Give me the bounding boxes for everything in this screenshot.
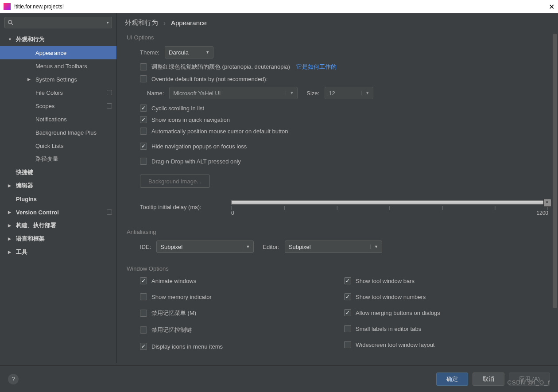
aa-ide-dropdown[interactable]: Subpixel ▼ [156, 241, 254, 253]
apply-button[interactable]: 应用 (A) [509, 373, 550, 386]
theme-label: Theme: [140, 49, 159, 56]
main-area: ▾ ▼外观和行为AppearanceMenus and Toolbars▶Sys… [0, 13, 558, 363]
chevron-right-icon: ▶ [8, 250, 16, 254]
project-scope-icon [107, 210, 112, 215]
chevron-down-icon: ▼ [205, 50, 209, 54]
merge-dialogs-checkbox[interactable] [344, 309, 351, 316]
sidebar-item-label: 外观和行为 [16, 35, 45, 43]
svg-point-0 [8, 20, 12, 24]
colorblind-label: 调整红绿色视觉缺陷的颜色 (protanopia, deuteranopia) [151, 63, 290, 71]
section-antialiasing: Antialiasing [127, 229, 548, 235]
search-icon [8, 19, 14, 26]
sidebar-item-label: Version Control [16, 209, 59, 216]
colorblind-checkbox[interactable] [140, 63, 147, 70]
sidebar-item-label: Plugins [16, 196, 37, 202]
footer: ? 确定 取消 应用 (A) [0, 365, 558, 392]
sidebar-item[interactable]: File Colors [0, 86, 116, 99]
font-size-dropdown[interactable]: 12 ▼ [325, 87, 373, 99]
sidebar-item-label: Scopes [35, 103, 54, 109]
tooltip-delay-slider[interactable]: ||||||| 0 1200 [231, 198, 548, 216]
content-panel: 外观和行为 › Appearance UI Options Theme: Dar… [117, 13, 558, 363]
content-scrollbar[interactable] [553, 34, 557, 361]
sidebar-item-label: 快捷键 [16, 168, 33, 176]
settings-tree: ▼外观和行为AppearanceMenus and Toolbars▶Syste… [0, 32, 116, 363]
section-window-options: Window Options [127, 265, 548, 272]
sidebar-item[interactable]: ▶工具 [0, 245, 116, 259]
sidebar-item-label: Background Image Plus [35, 129, 97, 136]
sidebar-item-label: Notifications [35, 116, 67, 123]
chevron-down-icon: ▼ [242, 245, 250, 249]
sidebar-item[interactable]: Background Image Plus [0, 126, 116, 139]
font-name-dropdown[interactable]: Microsoft YaHei UI ▼ [169, 87, 298, 99]
cyclic-checkbox[interactable] [140, 105, 147, 112]
help-button[interactable]: ? [8, 374, 19, 384]
svg-line-1 [12, 23, 13, 25]
breadcrumb-current: Appearance [171, 19, 207, 27]
small-labels-checkbox[interactable] [344, 325, 351, 332]
cancel-button[interactable]: 取消 [473, 373, 504, 386]
toolbars-checkbox[interactable] [344, 277, 351, 284]
sidebar-item[interactable]: Notifications [0, 113, 116, 126]
sidebar-item-label: 构建、执行部署 [16, 221, 56, 229]
sidebar-item[interactable]: Quick Lists [0, 139, 116, 152]
chevron-down-icon: ▼ [286, 91, 294, 95]
aa-ide-label: IDE: [140, 244, 151, 250]
close-icon[interactable]: ✕ [549, 3, 554, 11]
sidebar-item-label: Quick Lists [35, 143, 64, 149]
aa-editor-label: Editor: [263, 244, 279, 250]
ok-button[interactable]: 确定 [436, 373, 468, 386]
breadcrumb: 外观和行为 › Appearance [117, 13, 558, 31]
sidebar-item-label: Appearance [35, 50, 66, 56]
sidebar-item-label: 路径变量 [35, 155, 58, 163]
chevron-right-icon: ▶ [27, 77, 35, 82]
tooltip-delay-label: Tooltip initial delay (ms): [140, 204, 220, 210]
sidebar-item[interactable]: 路径变量 [0, 152, 116, 166]
sidebar-item[interactable]: Appearance [0, 46, 116, 59]
sidebar-item[interactable]: ▶Version Control [0, 206, 116, 219]
mnemonics-ctrl-checkbox[interactable] [140, 326, 147, 334]
background-image-button[interactable]: Background Image... [140, 175, 210, 188]
scrollbar-thumb[interactable] [553, 34, 557, 308]
colorblind-link[interactable]: 它是如何工作的 [296, 63, 337, 71]
chevron-down-icon: ▼ [361, 91, 369, 95]
sidebar-item[interactable]: Scopes [0, 99, 116, 113]
sidebar-item-label: 工具 [16, 248, 27, 256]
theme-dropdown[interactable]: Darcula ▼ [165, 46, 213, 58]
sidebar-item[interactable]: ▶构建、执行部署 [0, 219, 116, 232]
sidebar-item[interactable]: ▶System Settings [0, 73, 116, 86]
project-scope-icon [107, 90, 112, 95]
override-fonts-label: Override default fonts by (not recommend… [151, 76, 267, 82]
quicknav-checkbox[interactable] [140, 116, 147, 123]
sidebar-item[interactable]: ▶语言和框架 [0, 232, 116, 245]
title-bar: !title.for.new.projects! ✕ [0, 0, 558, 13]
chevron-right-icon: ▶ [8, 237, 16, 241]
sidebar-item[interactable]: 快捷键 [0, 166, 116, 179]
sidebar-item[interactable]: ▶编辑器 [0, 179, 116, 192]
window-title: !title.for.new.projects! [14, 4, 64, 10]
sidebar-item[interactable]: ▼外观和行为 [0, 33, 116, 46]
search-input[interactable]: ▾ [4, 17, 112, 28]
memory-checkbox[interactable] [140, 293, 147, 300]
chevron-right-icon: ▶ [8, 183, 16, 188]
sidebar-item[interactable]: Plugins [0, 192, 116, 206]
toolnumbers-checkbox[interactable] [344, 293, 351, 300]
chevron-right-icon: ▶ [8, 210, 16, 214]
aa-editor-dropdown[interactable]: Subpixel ▼ [285, 241, 382, 253]
sidebar-item-label: System Settings [35, 76, 77, 83]
section-ui-options: UI Options [127, 34, 548, 41]
chevron-down-icon: ▾ [107, 20, 109, 25]
animate-checkbox[interactable] [140, 277, 147, 284]
slider-thumb-icon[interactable] [543, 199, 551, 207]
font-name-label: Name: [147, 90, 164, 97]
mnemonics-menu-checkbox[interactable] [140, 310, 147, 317]
sidebar-item[interactable]: Menus and Toolbars [0, 59, 116, 73]
font-size-label: Size: [306, 90, 319, 97]
dndalt-checkbox[interactable] [140, 158, 147, 165]
override-fonts-checkbox[interactable] [140, 75, 147, 82]
autocursor-checkbox[interactable] [140, 128, 147, 135]
widescreen-checkbox[interactable] [344, 341, 351, 348]
hidepopups-checkbox[interactable] [140, 143, 147, 150]
project-scope-icon [107, 103, 112, 109]
display-icons-checkbox[interactable] [140, 343, 147, 350]
breadcrumb-root[interactable]: 外观和行为 [125, 19, 158, 27]
